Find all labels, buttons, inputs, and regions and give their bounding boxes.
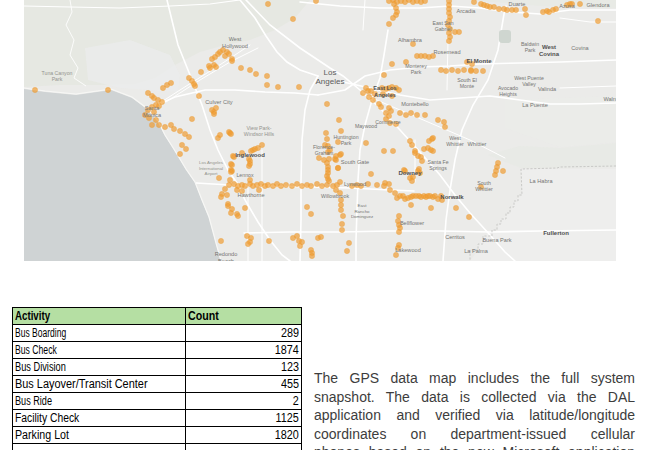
svg-text:La Palma: La Palma [464, 248, 489, 254]
svg-text:West Puente: West Puente [514, 75, 544, 81]
svg-text:Springs: Springs [429, 165, 447, 171]
svg-text:La Habra: La Habra [529, 178, 553, 184]
svg-text:Glendora: Glendora [586, 2, 610, 8]
svg-text:Santa Fe: Santa Fe [427, 159, 448, 165]
svg-text:Fullerton: Fullerton [543, 230, 569, 236]
svg-text:El Monte: El Monte [467, 58, 493, 64]
svg-text:Valley: Valley [522, 81, 536, 87]
svg-text:Duarte: Duarte [509, 1, 526, 7]
svg-text:Park: Park [525, 47, 536, 53]
svg-text:Azusa: Azusa [559, 3, 575, 9]
svg-text:Covina: Covina [539, 51, 560, 57]
svg-text:East: East [358, 203, 368, 208]
svg-text:Huntington: Huntington [333, 134, 358, 140]
svg-text:Los: Los [324, 68, 337, 77]
svg-text:Alhambra: Alhambra [398, 37, 423, 43]
svg-text:Downey: Downey [398, 170, 422, 176]
svg-text:South El: South El [457, 77, 477, 83]
svg-text:Monterey: Monterey [405, 63, 427, 69]
svg-text:Norwalk: Norwalk [440, 194, 464, 200]
svg-text:Angeles: Angeles [316, 77, 345, 86]
svg-text:Maywood: Maywood [355, 123, 377, 129]
svg-text:West: West [229, 36, 242, 42]
svg-text:Tuna Canyon: Tuna Canyon [42, 70, 73, 76]
svg-text:Walnut: Walnut [603, 96, 616, 102]
svg-text:East San: East San [432, 20, 453, 26]
svg-text:Bellflower: Bellflower [400, 220, 424, 226]
svg-text:Heights: Heights [499, 91, 517, 97]
svg-text:Dominguez: Dominguez [351, 214, 373, 219]
svg-text:Monte: Monte [460, 83, 475, 89]
svg-text:Whittier: Whittier [468, 141, 487, 147]
svg-text:Airport: Airport [205, 171, 219, 176]
svg-text:Whittier: Whittier [446, 141, 464, 147]
svg-text:Graham: Graham [315, 150, 334, 156]
svg-text:Whittier: Whittier [475, 186, 493, 192]
svg-text:Arcadia: Arcadia [457, 8, 477, 14]
svg-text:Rosemead: Rosemead [433, 49, 460, 55]
svg-text:Hawthorne: Hawthorne [237, 192, 264, 198]
svg-text:Lakewood: Lakewood [395, 247, 421, 253]
svg-text:Angeles: Angeles [374, 92, 396, 98]
svg-text:Culver City: Culver City [205, 99, 233, 105]
svg-text:View Park-: View Park- [247, 125, 272, 131]
svg-text:Los Angeles: Los Angeles [199, 160, 224, 165]
svg-text:Gabriel: Gabriel [435, 26, 452, 32]
svg-text:South: South [477, 180, 491, 186]
svg-text:Valinda: Valinda [538, 86, 557, 92]
svg-text:Montebello: Montebello [401, 101, 428, 107]
svg-text:Hollywood: Hollywood [222, 43, 248, 49]
svg-text:Windsor Hills: Windsor Hills [244, 131, 275, 137]
svg-text:Willowbrook: Willowbrook [321, 193, 349, 199]
svg-text:International: International [199, 166, 223, 171]
svg-text:Park: Park [341, 140, 352, 146]
svg-text:Beach: Beach [218, 258, 234, 261]
svg-text:Baldwin: Baldwin [521, 41, 539, 47]
svg-text:Florence-: Florence- [313, 144, 335, 150]
svg-text:Monica: Monica [143, 112, 162, 118]
svg-text:Redondo: Redondo [215, 251, 238, 257]
svg-text:Santa: Santa [145, 105, 161, 111]
svg-text:Cerritos: Cerritos [445, 234, 465, 240]
svg-text:Park: Park [52, 76, 63, 82]
svg-text:South Gate: South Gate [341, 159, 369, 165]
svg-text:Rancho: Rancho [354, 209, 370, 214]
svg-text:Lennox: Lennox [236, 172, 253, 178]
svg-text:Avocado: Avocado [498, 85, 518, 91]
svg-text:Inglewood: Inglewood [235, 152, 265, 158]
svg-text:East Los: East Los [373, 85, 396, 91]
svg-text:Park: Park [411, 69, 422, 75]
svg-text:Covina: Covina [571, 45, 589, 51]
svg-text:Lynwood: Lynwood [344, 181, 366, 187]
svg-text:La Puente: La Puente [522, 102, 548, 108]
svg-text:Buena Park: Buena Park [482, 237, 511, 243]
svg-text:West: West [449, 135, 461, 141]
svg-text:West: West [542, 44, 556, 50]
svg-text:Commerce: Commerce [375, 119, 400, 125]
